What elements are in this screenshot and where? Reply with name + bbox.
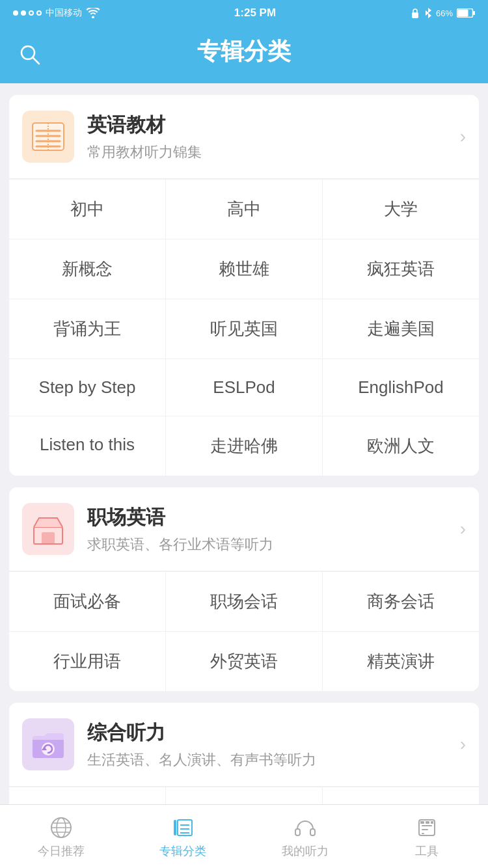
wifi-icon: [86, 8, 100, 18]
dot2: [21, 10, 26, 16]
card-job-english-text: 职场英语 求职英语、各行业术语等听力: [87, 504, 460, 554]
card-job-english-icon: [22, 503, 74, 555]
grid-cell-crazy[interactable]: 疯狂英语: [323, 239, 479, 299]
grid-cell-junior[interactable]: 初中: [9, 180, 166, 239]
tab-mylistening[interactable]: 我的听力: [244, 815, 366, 859]
english-row-2: 新概念 赖世雄 疯狂英语: [9, 239, 479, 299]
card-general-listening-text: 综合听力 生活英语、名人演讲、有声书等听力: [87, 720, 460, 770]
svg-rect-29: [295, 829, 300, 835]
card-english-textbook-chevron: ›: [460, 126, 466, 147]
svg-rect-32: [422, 825, 432, 826]
svg-rect-35: [420, 821, 424, 824]
status-left: 中国移动: [13, 7, 100, 19]
job-row-2: 行业用语 外贸英语 精英演讲: [9, 631, 479, 691]
grid-cell-recite[interactable]: 背诵为王: [9, 299, 166, 359]
english-row-5: Listen to this 走进哈佛 欧洲人文: [9, 416, 479, 476]
tab-tools-label: 工具: [415, 843, 439, 859]
status-time: 1:25 PM: [234, 7, 276, 20]
page-title: 专辑分类: [197, 36, 291, 68]
svg-rect-37: [431, 821, 433, 824]
tools-icon: [414, 815, 440, 841]
grid-cell-harvard[interactable]: 走进哈佛: [166, 416, 323, 476]
svg-rect-30: [310, 829, 315, 835]
tab-bar: 今日推荐 专辑分类 我的听力 工具: [0, 804, 488, 868]
grid-cell-eslpod[interactable]: ESLPod: [166, 359, 323, 416]
card-english-textbook: 英语教材 常用教材听力锦集 › 初中 高中 大学 新概念 赖世雄 疯狂英语 背诵…: [9, 95, 479, 476]
bluetooth-icon: [424, 7, 432, 19]
job-row-1: 面试必备 职场会话 商务会话: [9, 571, 479, 631]
card-general-listening-icon: [22, 718, 74, 770]
svg-rect-34: [422, 833, 424, 834]
battery-icon: [457, 8, 475, 18]
grid-cell-stepbystep[interactable]: Step by Step: [9, 359, 166, 416]
tab-today-label: 今日推荐: [38, 843, 85, 859]
search-button[interactable]: [18, 43, 42, 69]
grid-cell-senior[interactable]: 高中: [166, 180, 323, 239]
carrier-label: 中国移动: [46, 7, 82, 19]
lock-icon: [410, 7, 420, 19]
headphone-icon: [292, 815, 318, 841]
tab-category[interactable]: 专辑分类: [122, 815, 245, 859]
card-job-english-chevron: ›: [460, 519, 466, 539]
grid-cell-aroundus[interactable]: 走遍美国: [323, 299, 479, 359]
grid-cell-europe[interactable]: 欧洲人文: [323, 416, 479, 476]
tab-tools[interactable]: 工具: [366, 815, 489, 859]
tab-today[interactable]: 今日推荐: [0, 815, 122, 859]
card-general-listening-chevron: ›: [460, 734, 466, 755]
category-icon: [170, 815, 196, 841]
signal-dots: [13, 10, 42, 16]
dot3: [29, 10, 34, 16]
battery-label: 66%: [436, 8, 453, 18]
dot4: [36, 10, 42, 16]
card-english-textbook-header[interactable]: 英语教材 常用教材听力锦集 ›: [9, 95, 479, 179]
book-icon: [30, 120, 66, 153]
store-icon: [30, 513, 66, 545]
nav-bar: 专辑分类: [0, 26, 488, 83]
grid-cell-college[interactable]: 大学: [323, 180, 479, 239]
card-english-textbook-text: 英语教材 常用教材听力锦集: [87, 112, 460, 162]
card-general-listening-title: 综合听力: [87, 720, 460, 746]
card-job-english: 职场英语 求职英语、各行业术语等听力 › 面试必备 职场会话 商务会话 行业用语…: [9, 487, 479, 691]
svg-rect-36: [426, 821, 429, 824]
svg-line-5: [33, 57, 39, 64]
grid-cell-laishixiong[interactable]: 赖世雄: [166, 239, 323, 299]
grid-cell-newconcept[interactable]: 新概念: [9, 239, 166, 299]
card-english-textbook-subtitle: 常用教材听力锦集: [87, 142, 460, 162]
grid-cell-englishpod[interactable]: EnglishPod: [323, 359, 479, 416]
svg-rect-33: [422, 829, 428, 830]
tab-mylistening-label: 我的听力: [282, 843, 329, 859]
english-row-4: Step by Step ESLPod EnglishPod: [9, 359, 479, 416]
english-row-1: 初中 高中 大学: [9, 179, 479, 239]
grid-cell-elite[interactable]: 精英演讲: [323, 632, 479, 691]
folder-icon: [30, 728, 66, 761]
status-right: 66%: [410, 7, 475, 19]
card-english-textbook-icon: [22, 111, 74, 163]
grid-cell-business[interactable]: 商务会话: [323, 572, 479, 631]
dot1: [13, 10, 18, 16]
svg-rect-3: [458, 10, 468, 17]
card-job-english-subtitle: 求职英语、各行业术语等听力: [87, 535, 460, 554]
svg-rect-0: [412, 12, 418, 18]
card-english-textbook-title: 英语教材: [87, 112, 460, 139]
grid-cell-interview[interactable]: 面试必备: [9, 572, 166, 631]
card-job-english-title: 职场英语: [87, 504, 460, 531]
tab-category-label: 专辑分类: [159, 843, 206, 859]
grid-cell-trade[interactable]: 外贸英语: [166, 632, 323, 691]
scroll-content: 英语教材 常用教材听力锦集 › 初中 高中 大学 新概念 赖世雄 疯狂英语 背诵…: [0, 95, 488, 868]
grid-cell-workplace[interactable]: 职场会话: [166, 572, 323, 631]
grid-cell-listentothis[interactable]: Listen to this: [9, 416, 166, 476]
globe-icon: [48, 815, 74, 841]
card-job-english-header[interactable]: 职场英语 求职英语、各行业术语等听力 ›: [9, 487, 479, 571]
english-row-3: 背诵为王 听见英国 走遍美国: [9, 299, 479, 359]
svg-rect-24: [174, 820, 176, 835]
grid-cell-hearengland[interactable]: 听见英国: [166, 299, 323, 359]
card-general-listening-subtitle: 生活英语、名人演讲、有声书等听力: [87, 750, 460, 770]
card-general-listening-header[interactable]: 综合听力 生活英语、名人演讲、有声书等听力 ›: [9, 703, 479, 787]
status-bar: 中国移动 1:25 PM 66%: [0, 0, 488, 26]
grid-cell-industry[interactable]: 行业用语: [9, 632, 166, 691]
svg-rect-2: [473, 11, 475, 15]
svg-rect-15: [42, 532, 55, 544]
